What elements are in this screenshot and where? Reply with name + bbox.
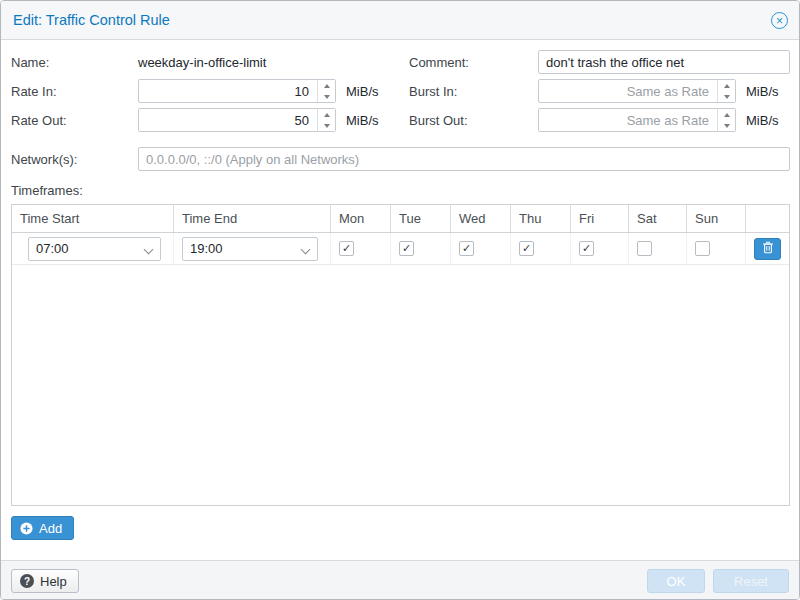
chevron-down-icon [144,244,154,254]
help-button[interactable]: ? Help [11,569,79,593]
checkbox-thu[interactable]: ✓ [519,241,534,256]
add-circle-plus-icon [20,522,33,535]
burst-out-input[interactable] [538,108,736,132]
column-header-thu[interactable]: Thu [511,205,571,232]
column-header-fri[interactable]: Fri [571,205,629,232]
help-button-label: Help [40,574,67,589]
spinner-up-icon[interactable] [318,80,335,91]
grid-header: Time Start Time End Mon Tue Wed Thu Fri … [12,205,789,233]
chevron-down-icon [301,244,311,254]
rate-out-label: Rate Out: [11,113,67,128]
checkbox-wed[interactable]: ✓ [459,241,474,256]
question-circle-icon: ? [20,574,34,588]
time-end-combobox[interactable]: 19:00 [182,237,318,261]
burst-in-field [538,79,736,103]
burst-out-field [538,108,736,132]
networks-label: Network(s): [11,152,77,167]
rate-in-unit: MiB/s [346,84,379,99]
checkbox-sat[interactable] [637,241,652,256]
table-row[interactable]: 07:00 19:00 ✓ ✓ ✓ ✓ ✓ [12,233,789,265]
spinner-up-icon[interactable] [718,109,735,120]
timeframes-grid: Time Start Time End Mon Tue Wed Thu Fri … [11,204,790,506]
rate-in-label: Rate In: [11,84,57,99]
dialog-titlebar: Edit: Traffic Control Rule [1,1,799,40]
name-label: Name: [11,55,49,70]
time-start-value: 07:00 [36,241,69,256]
burst-in-unit: MiB/s [746,84,779,99]
traffic-control-rule-dialog: Edit: Traffic Control Rule × Name: weekd… [0,0,800,600]
rate-out-spinner[interactable] [317,109,335,131]
checkbox-mon[interactable]: ✓ [339,241,354,256]
delete-row-button[interactable] [754,238,781,260]
column-header-wed[interactable]: Wed [451,205,511,232]
close-icon[interactable]: × [771,12,788,29]
rate-out-unit: MiB/s [346,113,379,128]
spinner-up-icon[interactable] [718,80,735,91]
rate-in-input[interactable] [138,79,336,103]
column-header-sun[interactable]: Sun [687,205,746,232]
rate-out-field [138,108,336,132]
checkbox-fri[interactable]: ✓ [579,241,594,256]
reset-button[interactable]: Reset [713,569,789,593]
spinner-down-icon[interactable] [718,91,735,102]
dialog-title: Edit: Traffic Control Rule [13,12,170,28]
burst-out-spinner[interactable] [717,109,735,131]
column-header-sat[interactable]: Sat [629,205,687,232]
burst-out-unit: MiB/s [746,113,779,128]
add-button-label: Add [39,521,62,536]
column-header-actions [746,205,789,232]
networks-input[interactable] [138,147,790,171]
time-start-combobox[interactable]: 07:00 [28,237,161,261]
column-header-time-end[interactable]: Time End [174,205,331,232]
trash-icon [762,241,774,257]
time-end-value: 19:00 [190,241,223,256]
dialog-footer: ? Help OK Reset [1,560,799,599]
ok-button[interactable]: OK [647,569,705,593]
spinner-down-icon[interactable] [318,91,335,102]
spinner-down-icon[interactable] [718,120,735,131]
column-header-mon[interactable]: Mon [331,205,391,232]
spinner-up-icon[interactable] [318,109,335,120]
burst-out-label: Burst Out: [409,113,468,128]
checkbox-tue[interactable]: ✓ [399,241,414,256]
spinner-down-icon[interactable] [318,120,335,131]
checkbox-sun[interactable] [695,241,710,256]
rate-in-field [138,79,336,103]
burst-in-label: Burst In: [409,84,457,99]
timeframes-label: Timeframes: [11,183,83,198]
column-header-time-start[interactable]: Time Start [12,205,174,232]
rate-in-spinner[interactable] [317,80,335,102]
burst-in-spinner[interactable] [717,80,735,102]
name-value: weekday-in-office-limit [138,55,266,70]
rate-out-input[interactable] [138,108,336,132]
column-header-tue[interactable]: Tue [391,205,451,232]
comment-input[interactable] [538,50,790,74]
add-button[interactable]: Add [11,516,74,540]
burst-in-input[interactable] [538,79,736,103]
comment-label: Comment: [409,55,469,70]
